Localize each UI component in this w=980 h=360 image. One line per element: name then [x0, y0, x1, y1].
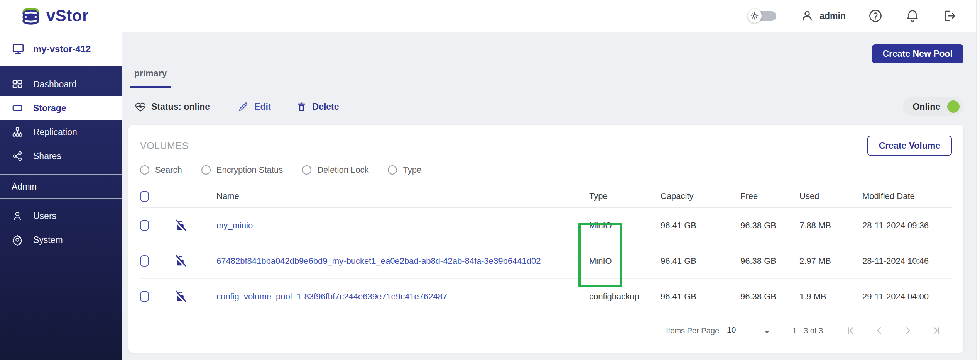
table-row: my_minio MinIO 96.41 GB 96.38 GB 7.88 MB…	[140, 208, 952, 243]
volume-capacity: 96.41 GB	[639, 221, 716, 231]
user-icon	[800, 9, 814, 23]
sidebar-item-system[interactable]: System	[0, 228, 122, 252]
column-header-used: Used	[780, 191, 840, 201]
sidebar-item-label: Shares	[33, 151, 61, 161]
sidebar-nav: Dashboard Storage	[0, 66, 122, 360]
notifications-icon[interactable]	[905, 8, 920, 23]
theme-toggle[interactable]	[748, 8, 778, 24]
items-per-page-select[interactable]: 10	[727, 325, 770, 336]
next-page-icon[interactable]	[902, 325, 913, 336]
create-volume-button[interactable]: Create Volume	[867, 136, 952, 156]
select-all-checkbox[interactable]	[140, 191, 149, 202]
sun-icon	[748, 9, 762, 23]
tab-primary[interactable]: primary	[130, 68, 171, 88]
filter-encryption-status[interactable]: Encryption Status	[201, 165, 283, 175]
filter-type[interactable]: Type	[388, 165, 421, 175]
lock-disabled-icon	[162, 219, 198, 232]
previous-page-icon[interactable]	[874, 325, 885, 336]
volume-type: MinIO	[581, 256, 639, 266]
volume-modified-date: 28-11-2024 10:46	[840, 256, 952, 266]
edit-label: Edit	[254, 102, 271, 112]
items-per-page: Items Per Page 10	[666, 325, 770, 336]
filter-search[interactable]: Search	[140, 165, 182, 175]
delete-pool-button[interactable]: Delete	[296, 101, 339, 112]
filter-deletion-lock[interactable]: Deletion Lock	[302, 165, 368, 175]
sidebar-item-storage[interactable]: Storage	[0, 96, 122, 120]
circle-icon	[302, 165, 311, 175]
volume-free: 96.38 GB	[716, 221, 780, 231]
sidebar-item-dashboard[interactable]: Dashboard	[0, 72, 122, 96]
pool-status: Status: online	[134, 100, 210, 113]
table-row: 67482bf841bba042db9e6bd9_my-bucket1_ea0e…	[140, 243, 952, 279]
create-new-pool-button[interactable]: Create New Pool	[872, 44, 964, 63]
volume-used: 1.9 MB	[780, 292, 840, 302]
volume-used: 7.88 MB	[780, 221, 840, 231]
top-bar: vStor	[0, 0, 980, 32]
column-header-capacity: Capacity	[639, 191, 716, 201]
first-page-icon[interactable]	[845, 325, 856, 336]
table-header-row: Name Type Capacity Free Used Modified Da…	[140, 185, 952, 208]
monitor-icon	[12, 42, 25, 56]
admin-nav: Users System	[0, 199, 122, 252]
pool-header: Create New Pool primary	[122, 32, 980, 88]
user-menu[interactable]: admin	[800, 9, 846, 23]
pagination-range: 1 - 3 of 3	[792, 326, 823, 335]
circle-icon	[388, 165, 397, 175]
last-page-icon[interactable]	[931, 325, 942, 336]
column-header-name: Name	[198, 191, 581, 201]
volume-free: 96.38 GB	[716, 256, 780, 266]
sidebar-item-label: Users	[33, 211, 56, 221]
main-content: Create New Pool primary Status: online	[122, 32, 980, 360]
online-status-badge: Online	[902, 97, 963, 116]
sidebar-item-replication[interactable]: Replication	[0, 120, 122, 144]
logout-icon[interactable]	[942, 8, 957, 23]
pencil-icon	[238, 101, 249, 112]
volume-name-link[interactable]: 67482bf841bba042db9e6bd9_my-bucket1_ea0e…	[198, 256, 581, 266]
column-header-type: Type	[581, 191, 639, 201]
sidebar-item-shares[interactable]: Shares	[0, 144, 122, 168]
circle-icon	[201, 165, 211, 175]
storage-icon	[12, 102, 23, 114]
row-checkbox[interactable]	[140, 220, 149, 231]
lock-disabled-icon	[162, 290, 198, 303]
help-icon[interactable]	[868, 8, 883, 23]
brand-name: vStor	[46, 7, 89, 25]
database-stack-icon	[20, 6, 42, 26]
volumes-table: Name Type Capacity Free Used Modified Da…	[140, 185, 952, 314]
volume-name-link[interactable]: config_volume_pool_1-83f96fbf7c244e639e7…	[198, 292, 581, 302]
circle-icon	[140, 165, 149, 175]
edit-pool-button[interactable]: Edit	[238, 101, 271, 112]
user-name: admin	[819, 11, 846, 21]
volume-used: 2.97 MB	[780, 256, 840, 266]
admin-section-label: Admin	[0, 175, 122, 198]
volume-type: MinIO	[581, 221, 639, 231]
volume-capacity: 96.41 GB	[639, 292, 716, 302]
table-row: config_volume_pool_1-83f96fbf7c244e639e7…	[140, 279, 952, 314]
row-checkbox[interactable]	[140, 291, 149, 302]
row-checkbox[interactable]	[140, 255, 149, 267]
status-text: Status: online	[151, 102, 210, 112]
delete-label: Delete	[313, 102, 339, 112]
top-bar-actions: admin	[748, 8, 962, 24]
volume-filters: Search Encryption Status Deletion Lock T…	[140, 165, 952, 175]
sidebar: my-vstor-412 Dashboard Sto	[0, 32, 122, 360]
online-badge-label: Online	[912, 102, 940, 112]
pool-status-row: Status: online Edit	[122, 88, 980, 125]
sidebar-item-users[interactable]: Users	[0, 204, 122, 228]
users-icon	[12, 210, 23, 222]
table-pagination: Items Per Page 10 1 - 3 of 3	[140, 314, 952, 347]
sidebar-item-label: Replication	[33, 127, 77, 138]
node-selector[interactable]: my-vstor-412	[0, 32, 122, 66]
sidebar-item-label: Dashboard	[33, 79, 77, 90]
volume-name-link[interactable]: my_minio	[198, 221, 581, 231]
tab-label: primary	[130, 68, 171, 79]
volumes-title: VOLUMES	[140, 140, 189, 151]
column-header-modified-date: Modified Date	[840, 191, 952, 201]
volume-capacity: 96.41 GB	[639, 256, 716, 266]
sitemap-icon	[12, 126, 23, 138]
column-header-free: Free	[716, 191, 780, 201]
scrollbar-track[interactable]	[976, 0, 980, 360]
lock-disabled-icon	[162, 255, 198, 268]
active-tab-indicator	[130, 86, 171, 88]
heart-pulse-icon	[134, 100, 147, 113]
